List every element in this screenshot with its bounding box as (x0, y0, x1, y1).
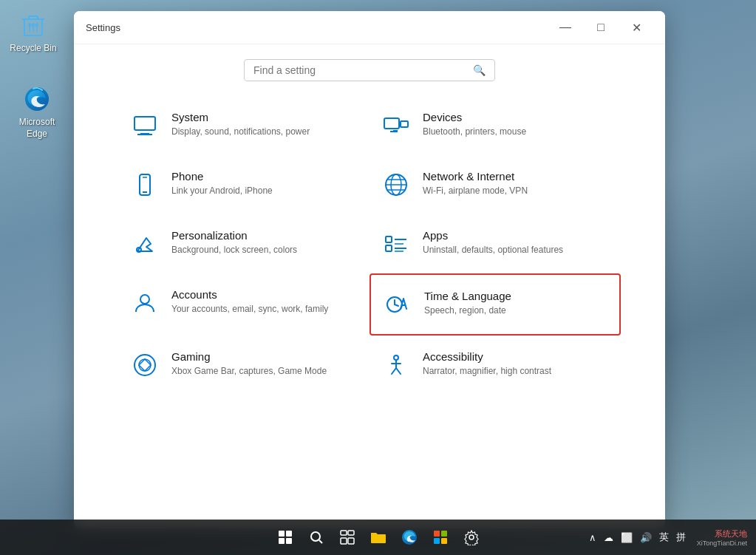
settings-item-time-language[interactable]: Time & Language Speech, region, date (370, 273, 621, 336)
maximize-button[interactable]: □ (584, 17, 618, 38)
phone-text: Phone Link your Android, iPhone (171, 170, 273, 197)
tray-chevron[interactable]: ∧ (587, 531, 599, 545)
accounts-text: Accounts Your accounts, email, sync, wor… (171, 288, 328, 316)
settings-item-accessibility[interactable]: Accessibility Narrator, magnifier, high … (370, 336, 621, 395)
desktop: Recycle Bin (0, 0, 756, 555)
search-input[interactable] (253, 64, 467, 76)
svg-rect-23 (386, 236, 392, 242)
apps-icon (381, 229, 411, 259)
settings-content: System Display, sound, notifications, po… (74, 89, 665, 528)
svg-point-51 (469, 535, 474, 539)
svg-line-41 (319, 540, 322, 543)
taskbar-settings-button[interactable] (458, 524, 485, 551)
accessibility-text: Accessibility Narrator, magnifier, high … (423, 350, 551, 378)
time-language-desc: Speech, region, date (424, 304, 511, 317)
svg-point-35 (394, 355, 398, 360)
settings-item-apps[interactable]: Apps Uninstall, defaults, optional featu… (370, 214, 621, 273)
personalization-desc: Background, lock screen, colors (171, 244, 297, 256)
tray-desktop-show[interactable]: ⬜ (619, 531, 635, 545)
minimize-button[interactable]: — (548, 17, 582, 38)
devices-title: Devices (423, 111, 526, 123)
start-button[interactable] (272, 524, 299, 551)
system-title: System (171, 111, 310, 123)
network-text: Network & Internet Wi-Fi, airplane mode,… (423, 170, 528, 197)
site-text: XiTongTianDi.net (697, 539, 747, 547)
settings-item-system[interactable]: System Display, sound, notifications, po… (118, 96, 370, 155)
time-language-title: Time & Language (424, 290, 511, 302)
title-bar: Settings — □ ✕ (74, 11, 665, 44)
svg-rect-38 (279, 538, 285, 544)
task-view-button[interactable] (334, 524, 361, 551)
recycle-bin-image (18, 10, 48, 40)
settings-item-phone[interactable]: Phone Link your Android, iPhone (118, 155, 370, 214)
phone-icon (130, 170, 160, 200)
tray-volume[interactable]: 🔊 (638, 531, 654, 545)
svg-point-40 (311, 532, 320, 541)
devices-desc: Bluetooth, printers, mouse (423, 126, 526, 138)
svg-rect-47 (434, 531, 440, 537)
time-language-text: Time & Language Speech, region, date (424, 290, 511, 317)
edge-image (22, 84, 52, 114)
tray-icons: ∧ ☁ ⬜ 🔊 英 拼 (587, 529, 688, 545)
svg-point-33 (134, 355, 155, 375)
gaming-text: Gaming Xbox Game Bar, captures, Game Mod… (171, 350, 327, 378)
svg-rect-43 (348, 531, 354, 535)
taskbar-tray: ∧ ☁ ⬜ 🔊 英 拼 系统天地 XiTongTianDi.net (587, 528, 747, 547)
close-button[interactable]: ✕ (619, 17, 653, 38)
accessibility-desc: Narrator, magnifier, high contrast (423, 365, 551, 378)
system-text: System Display, sound, notifications, po… (171, 111, 310, 138)
system-icon (130, 111, 160, 140)
svg-rect-45 (348, 538, 354, 544)
taskbar: ∧ ☁ ⬜ 🔊 英 拼 系统天地 XiTongTianDi.net (0, 520, 756, 555)
accessibility-title: Accessibility (423, 350, 551, 363)
gaming-title: Gaming (171, 350, 327, 363)
svg-rect-36 (279, 531, 285, 537)
network-desc: Wi-Fi, airplane mode, VPN (423, 185, 528, 197)
settings-item-personalization[interactable]: Personalization Background, lock screen,… (118, 214, 370, 273)
svg-rect-39 (286, 538, 292, 544)
svg-line-32 (395, 304, 398, 306)
svg-rect-11 (401, 121, 408, 127)
network-icon (381, 170, 411, 200)
accessibility-icon (381, 350, 411, 380)
network-title: Network & Internet (423, 170, 528, 183)
devices-icon (381, 111, 411, 140)
title-bar-controls: — □ ✕ (548, 17, 653, 38)
tray-language[interactable]: 英 (657, 529, 671, 545)
svg-rect-42 (341, 531, 347, 535)
personalization-icon (130, 229, 160, 259)
apps-desc: Uninstall, defaults, optional features (423, 244, 563, 256)
settings-grid: System Display, sound, notifications, po… (118, 96, 621, 395)
svg-rect-24 (386, 245, 392, 251)
svg-rect-37 (286, 531, 292, 537)
svg-rect-48 (441, 531, 447, 537)
taskbar-edge-button[interactable] (396, 524, 423, 551)
accounts-desc: Your accounts, email, sync, work, family (171, 303, 328, 316)
window-title: Settings (86, 22, 120, 33)
gaming-icon (130, 350, 160, 380)
phone-title: Phone (171, 170, 273, 183)
svg-rect-50 (441, 538, 447, 544)
accounts-icon (130, 288, 160, 318)
settings-item-accounts[interactable]: Accounts Your accounts, email, sync, wor… (118, 273, 370, 336)
taskbar-store-button[interactable] (427, 524, 454, 551)
system-desc: Display, sound, notifications, power (171, 126, 310, 138)
tray-ime[interactable]: 拼 (674, 529, 688, 545)
settings-window: Settings — □ ✕ 🔍 (74, 11, 665, 528)
settings-item-devices[interactable]: Devices Bluetooth, printers, mouse (370, 96, 621, 155)
search-box: 🔍 (244, 59, 495, 81)
accounts-title: Accounts (171, 288, 328, 301)
search-container: 🔍 (74, 44, 665, 89)
apps-title: Apps (423, 229, 563, 242)
svg-rect-7 (134, 117, 155, 130)
tray-cloud[interactable]: ☁ (602, 531, 616, 545)
recycle-bin-icon[interactable]: Recycle Bin (4, 7, 63, 58)
file-explorer-button[interactable] (365, 524, 392, 551)
microsoft-edge-icon[interactable]: Microsoft Edge (7, 81, 67, 143)
svg-point-34 (139, 359, 151, 371)
settings-item-gaming[interactable]: Gaming Xbox Game Bar, captures, Game Mod… (118, 336, 370, 395)
search-icon: 🔍 (473, 64, 486, 76)
phone-desc: Link your Android, iPhone (171, 185, 273, 197)
settings-item-network[interactable]: Network & Internet Wi-Fi, airplane mode,… (370, 155, 621, 214)
taskbar-search-button[interactable] (303, 524, 330, 551)
